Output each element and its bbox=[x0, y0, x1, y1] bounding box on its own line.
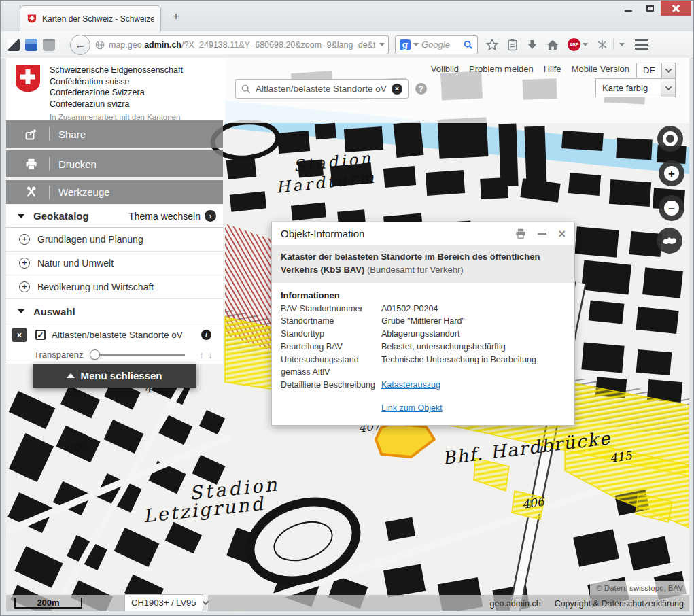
globe-icon bbox=[95, 40, 105, 50]
link-help[interactable]: Hilfe bbox=[544, 64, 561, 74]
transparency-slider[interactable] bbox=[91, 354, 185, 356]
selection-header[interactable]: Auswahl bbox=[6, 299, 223, 324]
home-icon[interactable] bbox=[546, 39, 559, 50]
search-engine-dropdown-icon[interactable] bbox=[413, 43, 419, 46]
minimize-popup-icon[interactable] bbox=[538, 233, 546, 235]
close-menu-button[interactable]: Menü schliessen bbox=[33, 364, 196, 388]
quick-launch-icon-1[interactable] bbox=[7, 39, 20, 51]
sidebar-item-tools[interactable]: Werkzeuge bbox=[6, 180, 223, 204]
sidebar-item-share[interactable]: Share bbox=[6, 120, 223, 148]
chevron-down-icon bbox=[203, 595, 208, 611]
object-link[interactable]: Link zum Objekt bbox=[381, 403, 443, 413]
search-input[interactable] bbox=[256, 84, 387, 94]
catalog-category-natur[interactable]: + Natur und Umwelt bbox=[6, 252, 223, 275]
bookmark-star-icon[interactable] bbox=[486, 39, 498, 51]
expand-icon[interactable]: + bbox=[19, 234, 30, 245]
move-layer-up-icon[interactable]: ↑ bbox=[199, 349, 205, 360]
window-maximize-button[interactable] bbox=[639, 1, 661, 16]
search-help-icon[interactable]: ? bbox=[415, 83, 427, 95]
plus-icon: + bbox=[664, 166, 679, 181]
slider-handle[interactable] bbox=[90, 349, 100, 360]
caret-down-icon bbox=[18, 214, 24, 218]
zoom-in-button[interactable]: + bbox=[659, 160, 684, 186]
chevron-right-icon[interactable]: › bbox=[205, 210, 216, 222]
link-mobile-version[interactable]: Mobile Version bbox=[572, 64, 629, 74]
quick-launch-icon-3[interactable] bbox=[43, 39, 55, 51]
downloads-icon[interactable] bbox=[527, 39, 538, 50]
browser-search-box[interactable]: g Google bbox=[395, 35, 478, 54]
new-tab-button[interactable]: + bbox=[169, 10, 184, 23]
url-domain: admin.ch bbox=[144, 40, 181, 50]
close-popup-icon[interactable]: × bbox=[558, 228, 566, 240]
geolocation-button[interactable] bbox=[657, 126, 683, 152]
window-minimize-button[interactable] bbox=[617, 1, 639, 16]
browser-tab[interactable]: Karten der Schweiz - Schweize... bbox=[20, 5, 161, 31]
adblock-dropdown-icon bbox=[583, 43, 588, 46]
minus-icon: – bbox=[664, 201, 679, 216]
urlbar-dropdown-icon[interactable] bbox=[379, 43, 385, 46]
address-bar[interactable]: map.geo.admin.ch/?X=249138.11&Y=680698.2… bbox=[80, 35, 389, 54]
layer-catalog-panel: Geokatalog Thema wechseln › + Grundlagen… bbox=[6, 205, 223, 364]
info-row: Detaillierte Beschreibung Katasterauszug bbox=[281, 379, 566, 392]
caret-down-icon bbox=[18, 309, 24, 313]
active-layer-row: × ✓ Altlasten/belastete Standorte öV i bbox=[6, 324, 223, 345]
navigation-toolbar: ← map.geo.admin.ch/?X=249138.11&Y=680698… bbox=[1, 31, 693, 58]
section-title: Informationen bbox=[281, 290, 566, 301]
zoom-out-button[interactable]: – bbox=[659, 195, 684, 221]
magnifier-icon[interactable] bbox=[464, 40, 473, 50]
language-select[interactable]: DE bbox=[636, 63, 676, 78]
projection-select[interactable]: CH1903+ / LV95 bbox=[124, 594, 203, 611]
extension-icon bbox=[597, 39, 608, 50]
tab-title: Karten der Schweiz - Schweize... bbox=[42, 14, 154, 24]
extension-button[interactable] bbox=[597, 39, 625, 50]
printer-icon bbox=[22, 158, 40, 170]
remove-layer-button[interactable]: × bbox=[12, 328, 27, 342]
map-attribution[interactable]: © Daten: swisstopo, BAV bbox=[590, 581, 689, 595]
cadastre-extract-link[interactable]: Katasterauszug bbox=[381, 379, 440, 392]
expand-icon[interactable]: + bbox=[19, 281, 30, 292]
site-header: Schweizerische Eidgenossenschaft Confédé… bbox=[6, 58, 689, 123]
footer-link-site[interactable]: geo.admin.ch bbox=[490, 599, 541, 609]
geolocation-icon bbox=[663, 131, 678, 146]
layer-checkbox[interactable]: ✓ bbox=[35, 330, 46, 340]
extension-dropdown-icon bbox=[619, 43, 625, 46]
geocatalog-title: Geokatalog bbox=[33, 210, 89, 222]
adblock-button[interactable]: ABP bbox=[568, 38, 588, 51]
link-fullscreen[interactable]: Vollbild bbox=[431, 64, 459, 74]
confederation-logo[interactable]: Schweizerische Eidgenossenschaft Confédé… bbox=[6, 58, 225, 123]
catalog-category-bevoelkerung[interactable]: + Bevölkerung und Wirtschaft bbox=[6, 275, 223, 299]
adblock-icon: ABP bbox=[568, 38, 580, 51]
back-button[interactable]: ← bbox=[70, 35, 90, 55]
transparency-label: Transparenz bbox=[34, 349, 84, 360]
info-row: Untersuchungsstand gemäss AltlV Technisc… bbox=[281, 354, 566, 379]
footer-link-copyright[interactable]: Copyright & Datenschutzerklärung bbox=[555, 599, 684, 609]
default-extent-button[interactable] bbox=[657, 228, 682, 254]
popup-header[interactable]: Objekt-Information × bbox=[272, 222, 574, 245]
geocatalog-header[interactable]: Geokatalog Thema wechseln › bbox=[6, 205, 223, 228]
window-close-button[interactable] bbox=[661, 1, 691, 16]
selection-title: Auswahl bbox=[33, 306, 75, 318]
url-path: /?X=249138.11&Y=680698.20&zoom=9&lang=de… bbox=[181, 40, 375, 50]
page-content: Stadion Hardturm Bhf. Hardbrücke Stadion… bbox=[6, 58, 689, 611]
info-row: BAV Standortnummer A01502-P0204 bbox=[281, 303, 566, 315]
catalog-category-grundlagen[interactable]: + Grundlagen und Planung bbox=[6, 228, 223, 252]
print-popup-icon[interactable] bbox=[515, 228, 526, 239]
quick-launch-icon-2[interactable] bbox=[25, 39, 37, 51]
footer-bar: 200m CH1903+ / LV95 geo.admin.ch Copyrig… bbox=[6, 595, 689, 611]
expand-icon[interactable]: + bbox=[19, 258, 30, 269]
logo-line: Schweizerische Eidgenossenschaft bbox=[50, 65, 183, 76]
layer-label: Altlasten/belastete Standorte öV bbox=[52, 330, 201, 340]
layer-info-icon[interactable]: i bbox=[201, 330, 211, 340]
clear-search-icon[interactable]: × bbox=[392, 84, 402, 95]
info-row: Beurteilung BAV Belastet, untersuchungsb… bbox=[281, 341, 566, 354]
sidebar-item-print[interactable]: Drucken bbox=[6, 150, 223, 177]
switzerland-icon bbox=[661, 235, 678, 246]
map-search-field[interactable]: × bbox=[235, 79, 409, 99]
switch-theme-link[interactable]: Thema wechseln bbox=[128, 211, 201, 222]
menu-button[interactable] bbox=[631, 37, 652, 53]
move-layer-down-icon[interactable]: ↓ bbox=[208, 349, 213, 360]
bookmarks-menu-icon[interactable] bbox=[507, 39, 518, 51]
link-report-problem[interactable]: Problem melden bbox=[469, 64, 534, 74]
basemap-select[interactable]: Karte farbig bbox=[595, 78, 676, 97]
chevron-down-icon bbox=[661, 79, 675, 97]
